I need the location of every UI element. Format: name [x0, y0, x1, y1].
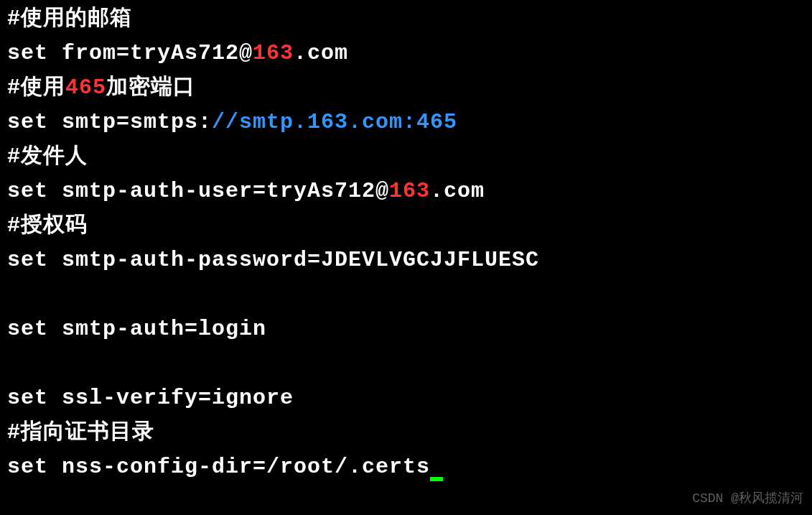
terminal-line: set nss-config-dir=/root/.certs: [7, 450, 805, 484]
terminal-line: #使用465加密端口: [7, 70, 805, 105]
terminal-line: set smtp=smtps://smtp.163.com:465: [7, 105, 805, 139]
terminal-line: [7, 346, 805, 381]
terminal-line: set smtp-auth=login: [7, 312, 805, 346]
code-segment: set smtp-auth-user=tryAs712@: [7, 179, 389, 203]
code-segment: set nss-config-dir=/root/.certs: [7, 455, 430, 479]
code-segment: .com: [430, 179, 485, 203]
terminal-line: #指向证书目录: [7, 415, 805, 450]
terminal-line: #发件人: [7, 139, 805, 174]
code-segment: 163: [389, 179, 430, 203]
watermark-text: CSDN @秋风揽清河: [692, 488, 803, 509]
code-segment: [7, 282, 21, 307]
code-segment: 465: [65, 75, 106, 100]
code-segment: set from=tryAs712@: [7, 41, 253, 65]
terminal-output: #使用的邮箱set from=tryAs712@163.com#使用465加密端…: [7, 1, 805, 484]
code-segment: #指向证书目录: [7, 420, 154, 445]
code-segment: #使用的邮箱: [7, 6, 132, 31]
terminal-line: #授权码: [7, 208, 805, 243]
code-segment: set ssl-verify=ignore: [7, 386, 294, 410]
code-segment: [7, 351, 21, 376]
cursor-icon: [430, 477, 443, 481]
code-segment: .com: [294, 41, 348, 65]
code-segment: set smtp-auth-password=JDEVLVGCJJFLUESC: [7, 248, 539, 272]
terminal-line: set ssl-verify=ignore: [7, 381, 805, 415]
terminal-line: #使用的邮箱: [7, 1, 805, 36]
terminal-line: set smtp-auth-password=JDEVLVGCJJFLUESC: [7, 243, 805, 277]
code-segment: #使用: [7, 75, 65, 100]
terminal-line: set from=tryAs712@163.com: [7, 36, 805, 70]
code-segment: set smtp-auth=login: [7, 317, 266, 341]
terminal-line: set smtp-auth-user=tryAs712@163.com: [7, 174, 805, 208]
code-segment: 加密端口: [106, 75, 195, 100]
code-segment: set smtp=smtps:: [7, 110, 212, 134]
code-segment: //smtp.163.com:465: [212, 110, 457, 134]
code-segment: #发件人: [7, 144, 88, 169]
terminal-line: [7, 277, 805, 312]
code-segment: 163: [253, 41, 294, 65]
code-segment: #授权码: [7, 213, 88, 238]
